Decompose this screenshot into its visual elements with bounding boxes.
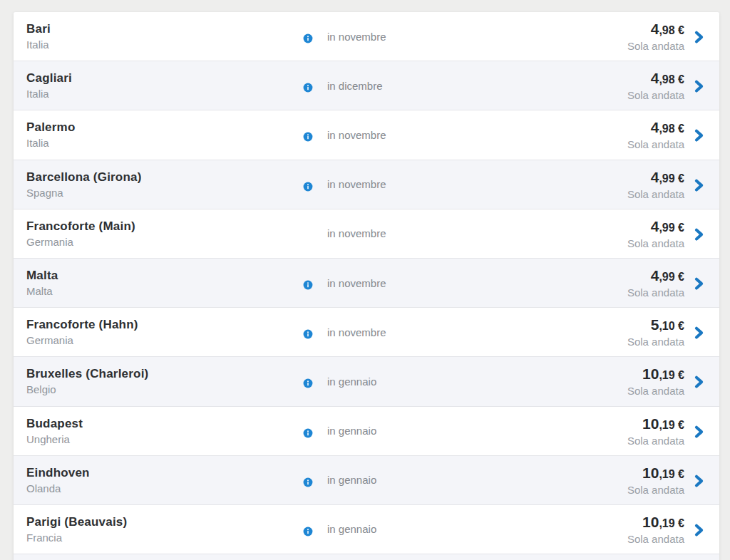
destination-info: Francoforte (Main) Germania [26, 218, 135, 249]
travel-month-label: in novembre [327, 326, 386, 338]
price-value: 10,19 € [627, 513, 684, 531]
travel-month-label: in novembre [327, 31, 386, 43]
destination-city: Francoforte (Hahn) [26, 317, 138, 332]
chevron-right-icon[interactable] [692, 277, 706, 291]
destination-row[interactable]: Bruxelles (Charleroi) Belgio in gennaio … [14, 357, 719, 406]
one-way-label: Sola andata [627, 433, 684, 447]
destination-row[interactable]: Palermo Italia in novembre 4,98 € Sola a… [14, 110, 719, 160]
one-way-label: Sola andata [627, 482, 684, 496]
price-block: 5,10 € Sola andata [627, 316, 684, 348]
price-integer: 4 [651, 21, 659, 37]
price-fraction: ,98 € [659, 24, 684, 36]
destination-row[interactable]: Eindhoven Olanda in gennaio 10,19 € Sola… [14, 456, 719, 505]
info-icon[interactable] [303, 280, 313, 290]
travel-month-label: in gennaio [327, 474, 376, 486]
destination-row[interactable]: Francoforte (Hahn) Germania in novembre … [14, 308, 719, 357]
info-icon[interactable] [303, 83, 313, 93]
price-value: 4,98 € [627, 119, 684, 137]
chevron-right-icon[interactable] [692, 375, 706, 389]
one-way-label: Sola andata [627, 236, 684, 249]
info-icon[interactable] [303, 378, 313, 388]
destination-country: Olanda [26, 480, 90, 495]
price-fraction: ,19 € [659, 369, 684, 381]
travel-month-group: in novembre [303, 227, 386, 241]
chevron-right-icon[interactable] [692, 326, 706, 340]
price-value: 4,99 € [627, 267, 684, 285]
destination-row[interactable]: Parigi (Beauvais) Francia in gennaio 10,… [14, 505, 719, 554]
price-block: 4,99 € Sola andata [627, 217, 684, 249]
price-fraction: ,19 € [659, 467, 684, 479]
price-block: 4,99 € Sola andata [627, 168, 684, 200]
destination-row[interactable]: Barcellona (Girona) Spagna in novembre 4… [14, 160, 719, 209]
destination-info: Eindhoven Olanda [26, 465, 90, 495]
chevron-right-icon[interactable] [692, 178, 706, 192]
travel-month-group: in novembre [303, 276, 386, 290]
destination-city: Eindhoven [26, 465, 90, 479]
travel-month-label: in novembre [327, 129, 386, 141]
chevron-right-icon[interactable] [692, 524, 706, 537]
destination-city: Bari [26, 21, 51, 36]
destination-country: Spagna [26, 185, 142, 199]
destination-row[interactable]: Budapest Ungheria in gennaio 10,19 € Sol… [14, 407, 719, 456]
destination-row[interactable]: Francoforte (Main) Germania in novembre … [14, 209, 719, 259]
info-icon[interactable] [303, 329, 313, 339]
travel-month-label: in novembre [327, 227, 386, 239]
price-value: 4,98 € [627, 70, 684, 88]
destination-row[interactable]: Cagliari Italia in dicembre 4,98 € Sola … [14, 61, 719, 110]
chevron-right-icon[interactable] [692, 80, 706, 93]
price-integer: 4 [651, 168, 659, 185]
info-icon[interactable] [303, 477, 313, 487]
travel-month-group: in gennaio [303, 374, 376, 388]
price-value: 10,19 € [627, 415, 684, 432]
chevron-right-icon[interactable] [692, 227, 706, 241]
destination-city: Bruxelles (Charleroi) [26, 366, 148, 381]
chevron-right-icon[interactable] [692, 31, 706, 44]
price-fraction: ,99 € [659, 271, 684, 283]
destination-info: Bruxelles (Charleroi) Belgio [26, 366, 148, 397]
price-block: 4,99 € Sola andata [627, 267, 684, 299]
destination-country: Italia [26, 86, 72, 101]
price-value: 4,98 € [627, 21, 684, 38]
price-integer: 4 [651, 267, 659, 284]
one-way-label: Sola andata [627, 138, 684, 151]
price-integer: 4 [651, 70, 659, 86]
price-fraction: ,98 € [659, 123, 684, 135]
one-way-label: Sola andata [627, 532, 684, 545]
price-integer: 5 [651, 316, 659, 333]
travel-month-group: in gennaio [303, 473, 376, 487]
destination-row[interactable]: Bari Italia in novembre 4,98 € Sola anda… [14, 12, 719, 61]
destination-country: Italia [26, 135, 76, 150]
info-icon[interactable] [303, 527, 313, 536]
price-integer: 10 [642, 513, 659, 529]
travel-month-group: in gennaio [303, 424, 376, 438]
destination-row[interactable]: Malta Malta in novembre 4,99 € Sola anda… [14, 259, 719, 308]
info-icon[interactable] [303, 428, 313, 438]
destination-city: Palermo [26, 120, 76, 135]
travel-month-label: in gennaio [327, 523, 376, 535]
info-icon[interactable] [303, 33, 313, 43]
price-integer: 10 [642, 464, 659, 480]
price-fraction: ,10 € [659, 320, 684, 332]
price-fraction: ,19 € [659, 517, 684, 529]
destination-info: Bari Italia [26, 21, 51, 52]
info-icon[interactable] [303, 132, 313, 142]
price-block: 10,19 € Sola andata [627, 415, 684, 447]
destination-info: Malta Malta [26, 268, 58, 299]
destination-city: Budapest [26, 415, 83, 430]
chevron-right-icon[interactable] [692, 474, 706, 487]
price-block: 4,98 € Sola andata [627, 70, 684, 102]
destination-info: Budapest Ungheria [26, 415, 83, 446]
destination-info: Parigi (Beauvais) Francia [26, 514, 127, 544]
travel-month-group: in gennaio [303, 522, 376, 536]
travel-month-group: in novembre [303, 29, 386, 43]
price-integer: 4 [651, 119, 659, 135]
chevron-right-icon[interactable] [692, 129, 706, 142]
destination-country: Italia [26, 37, 51, 52]
price-fraction: ,98 € [659, 73, 684, 85]
info-icon[interactable] [303, 182, 313, 192]
price-block: 10,19 € Sola andata [627, 513, 684, 545]
destination-city: Barcellona (Girona) [26, 169, 142, 184]
chevron-right-icon[interactable] [692, 425, 706, 438]
travel-month-label: in dicembre [327, 80, 383, 92]
price-integer: 10 [642, 415, 659, 431]
